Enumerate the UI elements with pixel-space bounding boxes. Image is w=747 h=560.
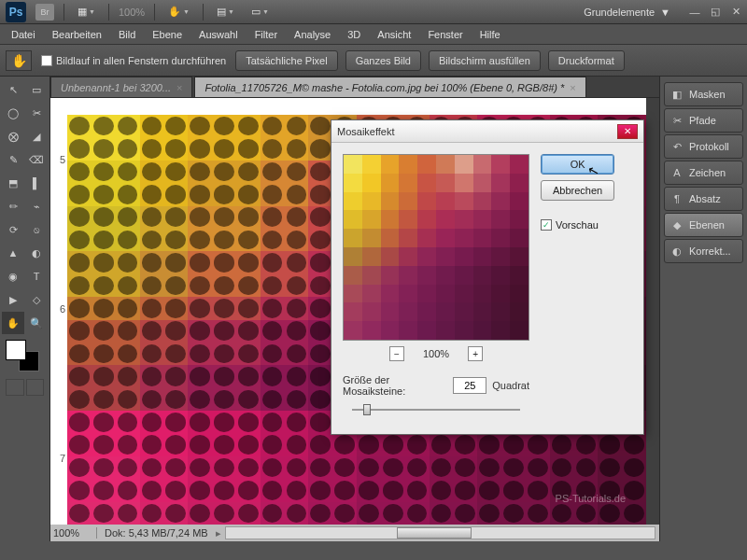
standard-mode-button[interactable]	[6, 379, 24, 396]
document-tab[interactable]: Unbenannt-1 bei 3200...×	[50, 77, 192, 97]
menu-analyse[interactable]: Analyse	[287, 26, 338, 43]
tool-history[interactable]: ⟳	[2, 218, 24, 241]
menu-ebene[interactable]: Ebene	[145, 26, 190, 43]
panel-masken[interactable]: ◧Masken	[664, 82, 743, 106]
tool-shape[interactable]: ◐	[25, 242, 48, 264]
option-button[interactable]: Druckformat	[548, 50, 625, 71]
tool-wand[interactable]: ✂	[25, 102, 48, 124]
tool-pen[interactable]: ▲	[2, 242, 24, 264]
arrange-dropdown[interactable]: ▤▼	[213, 4, 238, 20]
workspace-dropdown[interactable]: Grundelemente▼	[574, 4, 680, 21]
bridge-icon[interactable]: Br	[35, 4, 54, 21]
tool-pan[interactable]: ✋	[2, 312, 24, 334]
horizontal-ruler	[67, 98, 646, 115]
dialog-close-button[interactable]: ✕	[617, 124, 638, 139]
zoom-in-button[interactable]: +	[468, 346, 483, 361]
cell-size-unit: Quadrat	[492, 380, 529, 391]
preview-checkbox[interactable]: ✓Vorschau	[541, 219, 614, 231]
minimize-icon[interactable]: —	[689, 7, 700, 18]
menu-3d[interactable]: 3D	[340, 26, 368, 43]
ok-button[interactable]: OK	[541, 154, 614, 175]
tool-marquee[interactable]: ▭	[25, 78, 48, 101]
tool-clone[interactable]: ⌁	[25, 195, 48, 217]
menu-ansicht[interactable]: Ansicht	[370, 26, 418, 43]
cancel-button[interactable]: Abbrechen	[541, 180, 614, 201]
cell-size-label: Größe der Mosaiksteine:	[343, 374, 447, 397]
panel-dock: ◧Masken✂Pfade↶ProtokollAZeichen¶Absatz◆E…	[659, 77, 747, 541]
cell-size-input[interactable]	[453, 377, 486, 394]
menu-fenster[interactable]: Fenster	[420, 26, 470, 43]
status-zoom[interactable]: 100%	[50, 527, 97, 539]
panel-zeichen[interactable]: AZeichen	[664, 161, 743, 185]
document-tab[interactable]: Fotolia_11705726_M© mashe - Fotolia.com.…	[194, 77, 585, 97]
option-button[interactable]: Tatsächliche Pixel	[235, 50, 337, 71]
vertical-ruler: 567	[50, 98, 67, 525]
view-dropdown[interactable]: ▦▼	[74, 4, 99, 20]
toolbox: ↖▭◯✂⨂◢✎⌫⬒▌✏⌁⟳⍉▲◐◉T▶◇✋🔍	[0, 77, 50, 541]
tool-gradient[interactable]: ⬒	[2, 172, 24, 194]
tab-close-icon[interactable]: ×	[176, 82, 182, 93]
tool-healing[interactable]: ✎	[2, 148, 24, 171]
cell-size-slider[interactable]	[352, 402, 520, 417]
panel-protokoll[interactable]: ↶Protokoll	[664, 134, 743, 159]
menu-bild[interactable]: Bild	[111, 26, 143, 43]
mosaic-dialog: Mosaikeffekt ✕ − 100% + Größe der Mosaik…	[331, 119, 644, 435]
tool-slice[interactable]: ◢	[25, 125, 48, 147]
status-doc: Dok: 5,43 MB/7,24 MB	[97, 527, 216, 539]
menu-filter[interactable]: Filter	[247, 26, 285, 43]
quickmask-button[interactable]	[26, 379, 45, 396]
menu-hilfe[interactable]: Hilfe	[472, 26, 508, 43]
hand-tool-indicator[interactable]: ✋	[6, 50, 32, 71]
tool-path[interactable]: ◉	[2, 265, 24, 287]
screen-dropdown[interactable]: ▭▼	[247, 4, 273, 20]
foreground-swatch[interactable]	[6, 340, 26, 360]
tool-lasso[interactable]: ◯	[2, 102, 24, 124]
preview-zoom: 100%	[423, 348, 449, 359]
scroll-all-windows-checkbox[interactable]: Bildlauf in allen Fenstern durchführen	[41, 55, 226, 66]
panel-korrekt...[interactable]: ◐Korrekt...	[664, 239, 743, 263]
color-swatches[interactable]	[6, 340, 43, 373]
tool-eraser[interactable]: ⌫	[25, 148, 48, 171]
ps-logo: Ps	[6, 2, 26, 22]
menu-datei[interactable]: Datei	[4, 26, 43, 43]
horizontal-scrollbar[interactable]	[225, 526, 655, 539]
tab-close-icon[interactable]: ×	[570, 82, 575, 93]
zoom-level[interactable]: 100%	[119, 7, 145, 18]
close-icon[interactable]: ✕	[730, 6, 741, 18]
tool-move[interactable]: ↖	[2, 78, 24, 101]
tool-select[interactable]: ▶	[2, 288, 24, 311]
tool-blur[interactable]: ▌	[25, 172, 48, 194]
option-button[interactable]: Ganzes Bild	[345, 50, 421, 71]
dialog-title: Mosaikeffekt	[337, 126, 395, 137]
tool-dodge[interactable]: ⍉	[25, 218, 48, 241]
panel-absatz[interactable]: ¶Absatz	[664, 187, 743, 211]
zoom-out-button[interactable]: −	[389, 346, 404, 361]
tool-crop[interactable]: ⨂	[2, 125, 24, 147]
dialog-preview[interactable]	[343, 154, 529, 341]
panel-pfade[interactable]: ✂Pfade	[664, 108, 743, 133]
tool-zoom[interactable]: 🔍	[25, 312, 48, 334]
menubar: DateiBearbeitenBildEbeneAuswahlFilterAna…	[0, 24, 747, 45]
option-button[interactable]: Bildschirm ausfüllen	[429, 50, 541, 71]
restore-icon[interactable]: ◱	[710, 6, 721, 18]
status-bar: 100% Dok: 5,43 MB/7,24 MB ▸	[50, 525, 659, 541]
menu-auswahl[interactable]: Auswahl	[191, 26, 246, 43]
tool-hand[interactable]: ◇	[25, 288, 48, 311]
tool-type[interactable]: T	[25, 265, 48, 287]
tool-pencil[interactable]: ✏	[2, 195, 24, 217]
panel-ebenen[interactable]: ◆Ebenen	[664, 213, 743, 237]
menu-bearbeiten[interactable]: Bearbeiten	[45, 26, 109, 43]
hand-dropdown[interactable]: ✋▼	[164, 4, 193, 20]
